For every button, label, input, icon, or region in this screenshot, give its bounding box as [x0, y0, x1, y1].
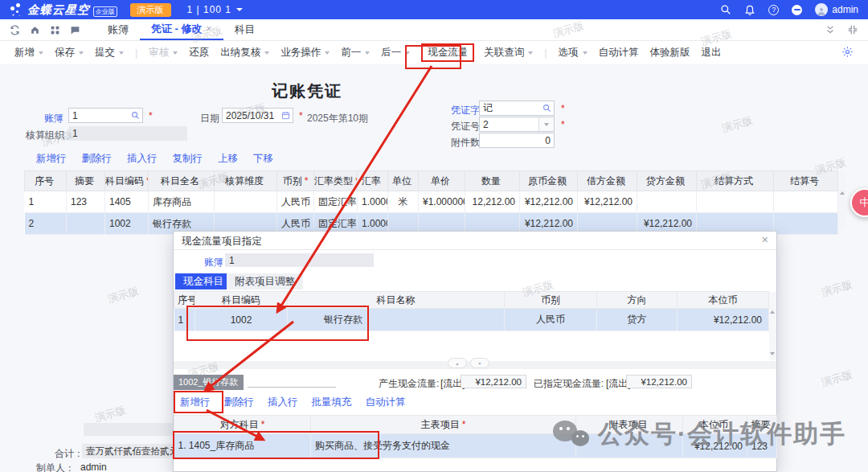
- tab-schedule-adjust[interactable]: 附表项目调整: [227, 273, 303, 289]
- save-button[interactable]: 保存: [55, 46, 84, 60]
- cash-account-row[interactable]: 1 1002 银行存款 人民币 贷方 ¥12,212.00: [174, 309, 769, 331]
- col-price[interactable]: 单价: [419, 171, 465, 191]
- layout-expand-icon[interactable]: [847, 24, 858, 35]
- col-schedule-item[interactable]: 附表项目: [576, 416, 683, 434]
- col-currency[interactable]: 币别*: [277, 171, 314, 191]
- move-down-button[interactable]: 下移: [253, 152, 273, 166]
- col-account-code[interactable]: 科目编码*: [105, 171, 149, 191]
- add-row-button[interactable]: 新增行: [180, 396, 211, 409]
- restore-button[interactable]: 还原: [189, 46, 209, 60]
- col-currency[interactable]: 币别: [505, 292, 597, 309]
- scroll-down-icon[interactable]: [770, 352, 775, 355]
- close-icon[interactable]: ×: [762, 233, 768, 246]
- calendar-icon[interactable]: [281, 111, 290, 120]
- collapse-double-chevron-icon[interactable]: [825, 24, 836, 35]
- help-icon[interactable]: ?: [768, 5, 779, 15]
- search-icon[interactable]: [720, 4, 731, 15]
- cashier-review-button[interactable]: 出纳复核: [220, 46, 269, 60]
- tab-voucher-edit[interactable]: 凭证 - 修改 ×: [140, 19, 223, 40]
- tab-cash-accounts[interactable]: 现金科目: [175, 273, 231, 289]
- col-unit[interactable]: 单位: [388, 171, 419, 191]
- col-dimension[interactable]: 核算维度: [215, 171, 277, 191]
- cash-flow-button[interactable]: 现金流量: [421, 43, 474, 62]
- attachment-input[interactable]: 0: [479, 133, 555, 148]
- business-ops-button[interactable]: 业务操作: [280, 46, 330, 60]
- options-button[interactable]: 选项: [559, 46, 588, 60]
- insert-row-button[interactable]: 插入行: [268, 396, 298, 409]
- col-counter-account[interactable]: 对方科目*: [174, 416, 311, 434]
- org-selector[interactable]: 1 | 100 1: [187, 4, 244, 15]
- previous-button[interactable]: 前一: [341, 46, 370, 60]
- add-row-button[interactable]: 新增行: [36, 152, 67, 166]
- insert-row-button[interactable]: 插入行: [127, 152, 158, 166]
- delete-row-button[interactable]: 删除行: [224, 396, 255, 409]
- related-query-button[interactable]: 关联查询: [484, 46, 533, 60]
- tab-accounts[interactable]: 科目: [223, 19, 267, 40]
- demo-watermark: 演示版: [93, 403, 127, 425]
- col-original-amount[interactable]: 原币金额: [520, 171, 578, 191]
- col-summary[interactable]: 摘要: [747, 416, 777, 434]
- col-main-item[interactable]: 主表项目*: [311, 416, 576, 434]
- col-account-code[interactable]: 科目编码: [195, 292, 288, 309]
- try-new-version-button[interactable]: 体验新版: [650, 46, 690, 60]
- copy-row-button[interactable]: 复制行: [173, 152, 203, 166]
- word-input[interactable]: 记: [479, 101, 555, 116]
- org-label: 核算组织: [26, 129, 64, 142]
- col-direction[interactable]: 方向: [597, 292, 678, 309]
- close-icon[interactable]: ×: [207, 23, 212, 35]
- col-rate-type[interactable]: 汇率类型*: [314, 171, 358, 191]
- auto-calc-button[interactable]: 自动计算: [366, 396, 406, 409]
- next-button[interactable]: 后一: [381, 46, 410, 60]
- exit-button[interactable]: 退出: [702, 46, 722, 60]
- move-up-button[interactable]: 上移: [218, 152, 238, 166]
- col-seq[interactable]: 序号: [25, 171, 67, 191]
- auto-calc-button[interactable]: 自动计算: [599, 46, 639, 60]
- chevron-down-icon: [325, 51, 330, 55]
- avatar[interactable]: [815, 3, 828, 16]
- col-rate[interactable]: 汇率: [358, 171, 388, 191]
- col-account-name[interactable]: 科目全名: [149, 171, 215, 191]
- col-debit[interactable]: 借方金额: [578, 171, 637, 191]
- tab-account-books[interactable]: 账簿: [96, 19, 140, 40]
- refresh-icon[interactable]: [10, 25, 20, 35]
- home-icon[interactable]: [30, 25, 40, 35]
- col-qty[interactable]: 数量: [465, 171, 520, 191]
- submit-button[interactable]: 提交: [95, 46, 124, 60]
- floating-helper-button[interactable]: 中: [850, 188, 868, 217]
- flow-item-row[interactable]: 1. 1405_库存商品 购买商品、接受劳务支付的现金 ¥12,212.00 1…: [174, 434, 777, 458]
- voucher-row-1[interactable]: 11231405库存商品人民币固定汇率1.0000米¥1.00000012,21…: [25, 191, 838, 213]
- col-credit[interactable]: 贷方金额: [637, 171, 697, 191]
- scroll-up-icon[interactable]: [770, 310, 775, 314]
- collapse-up-button[interactable]: ▲: [448, 358, 467, 368]
- new-button[interactable]: 新增: [14, 46, 43, 60]
- col-summary[interactable]: 摘要: [67, 171, 105, 191]
- number-input[interactable]: 2: [479, 117, 555, 132]
- apps-grid-icon[interactable]: [50, 25, 60, 35]
- separator: |: [544, 47, 547, 59]
- col-settle-method[interactable]: 结算方式: [697, 171, 774, 191]
- col-base-currency[interactable]: 本位币: [678, 292, 769, 309]
- generated-flow-label: 产生现金流量:: [379, 377, 439, 391]
- search-icon[interactable]: [131, 111, 140, 120]
- book-input[interactable]: 1: [68, 108, 143, 123]
- delete-row-button[interactable]: 删除行: [82, 152, 113, 166]
- col-account-name[interactable]: 科目名称: [288, 292, 505, 309]
- gear-icon[interactable]: [841, 46, 854, 58]
- divider: [248, 387, 336, 388]
- col-seq[interactable]: 序号▲: [174, 292, 195, 309]
- batch-fill-button[interactable]: 批量填充: [312, 396, 352, 409]
- chat-icon[interactable]: [70, 25, 80, 35]
- chevron-down-icon: [39, 51, 43, 55]
- bell-icon[interactable]: [744, 4, 755, 15]
- audit-button[interactable]: 审核: [149, 46, 178, 60]
- dialog-grid-scrollbar[interactable]: [769, 292, 776, 360]
- search-icon[interactable]: [542, 104, 551, 113]
- col-settle-no[interactable]: 结算号: [774, 171, 838, 191]
- expand-down-button[interactable]: ▼: [470, 358, 489, 368]
- grid-scrollbar[interactable]: [839, 172, 845, 228]
- edition-badge: 企业版: [93, 6, 117, 17]
- col-base-currency[interactable]: 本位币: [683, 416, 747, 434]
- scroll-up-icon[interactable]: [840, 191, 845, 195]
- do-not-disturb-icon[interactable]: [792, 5, 802, 15]
- date-input[interactable]: 2025/10/31: [222, 108, 293, 123]
